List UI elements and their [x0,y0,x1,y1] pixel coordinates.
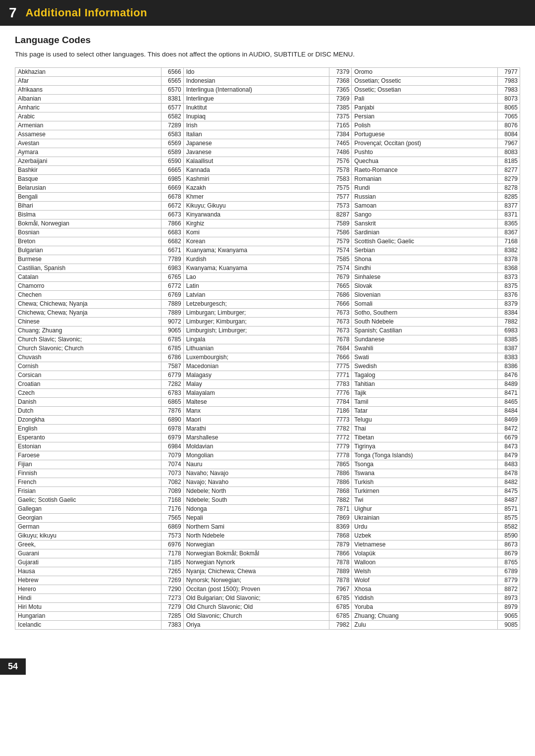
list-item: Slovak8375 [352,282,520,291]
language-code: 7889 [161,309,183,317]
language-name: Slovak [352,282,498,290]
language-name: Belarusian [15,184,161,192]
list-item: Church Slavic; Slavonic;6785 [15,335,183,344]
language-code: 6683 [161,228,183,237]
language-code: 6582 [161,112,183,121]
language-name: Xhosa [352,585,498,594]
language-code: 8476 [498,371,520,379]
language-code: 6979 [161,433,183,442]
list-item: Irish7165 [184,121,352,130]
list-item: Sinhalese8373 [352,273,520,282]
language-name: Lao [184,273,330,281]
language-code: 7585 [329,255,351,264]
list-item: Catalan6765 [15,273,183,282]
language-name: English [15,425,161,433]
list-item: Icelandic7383 [15,621,183,630]
list-item: Wolof8779 [352,576,520,585]
language-code: 7882 [498,318,520,326]
list-item: Assamese6583 [15,130,183,139]
language-name: Ido [184,68,330,76]
language-code: 7782 [329,425,351,433]
language-code: 7868 [329,487,351,495]
language-code: 8369 [329,523,351,531]
list-item: Georgian7565 [15,514,183,523]
language-code: 7383 [161,621,183,629]
language-name: Corsican [15,371,161,379]
language-name: French [15,478,161,486]
list-item: Turkirnen8475 [352,487,520,496]
language-code: 8469 [498,416,520,424]
list-item: Bokmål, Norwegian7866 [15,219,183,228]
list-item: Chuang; Zhuang9065 [15,326,183,335]
list-item: Swahili8387 [352,344,520,353]
list-item: Tsonga8483 [352,460,520,469]
list-item: Romanian8279 [352,175,520,184]
language-name: Russian [352,193,498,201]
list-item: Estonian6984 [15,442,183,451]
list-item: Korean7579 [184,237,352,246]
list-item: Zhuang; Chuang9065 [352,612,520,621]
language-name: Japanese [184,139,330,148]
language-name: Norwegian Bokmål; Bokmål [184,549,330,558]
language-code: 7168 [498,237,520,246]
language-name: Ossetian; Ossetic [352,77,498,85]
language-code: 7772 [329,433,351,442]
language-code: 8365 [498,219,520,228]
language-name: Gaelic; Scotish Gaelic [15,496,161,504]
language-name: Afar [15,77,161,85]
language-code: 7384 [329,130,351,139]
language-name: Chewa; Chichewa; Nyanja [15,300,161,308]
language-name: Norwegian [184,540,330,549]
language-name: Interlingua (International) [184,86,330,94]
language-name: Dutch [15,407,161,415]
language-code: 8590 [498,532,520,540]
language-code: 7586 [329,228,351,237]
language-name: Hindi [15,594,161,602]
language-name: Somali [352,300,498,308]
language-code: 7673 [329,326,351,335]
language-name: Sinhalese [352,273,498,281]
list-item: Tonga (Tonga Islands)8479 [352,451,520,460]
language-code: 8379 [498,300,520,308]
language-name: Hungarian [15,612,161,620]
list-item: Cornish7587 [15,362,183,371]
language-name: Romanian [352,175,498,183]
language-name: Telugu [352,416,498,424]
list-item: Panjabi8065 [352,104,520,112]
language-code: 8278 [498,184,520,192]
language-code: 7365 [329,86,351,94]
language-code: 8375 [498,282,520,290]
list-item: Provençal; Occitan (post)7967 [352,139,520,148]
language-code: 7282 [161,380,183,388]
list-item: Arabic6582 [15,112,183,121]
language-code: 6785 [329,612,351,620]
language-code: 7073 [161,469,183,478]
language-code: 6785 [329,594,351,602]
language-code: 7565 [161,514,183,522]
list-item: Burmese7789 [15,255,183,264]
list-item: Kazakh7575 [184,184,352,193]
language-name: Macedonian [184,362,330,371]
language-name: Korean [184,237,330,246]
language-name: Kinyarwanda [184,211,330,219]
language-name: Dzongkha [15,416,161,424]
list-item: Dzongkha6890 [15,416,183,425]
language-name: Church Slavonic; Church [15,344,161,353]
language-name: Burmese [15,255,161,264]
language-name: Samoan [352,202,498,210]
language-code: 7868 [329,532,351,540]
language-code: 7165 [329,121,351,130]
list-item: Gikuyu; kikuyu7573 [15,532,183,540]
language-code: 7589 [329,219,351,228]
language-code: 7269 [161,576,183,585]
language-code: 8287 [329,211,351,219]
language-name: Pushto [352,148,498,157]
language-name: Volapük [352,549,498,558]
language-name: Bosnian [15,228,161,237]
list-item: Inupiaq7375 [184,112,352,121]
language-name: Norwegian Nynork [184,558,330,567]
language-code: 6789 [498,567,520,576]
language-column-1: Abkhazian6566Afar6565Afrikaans6570Albani… [15,67,183,630]
list-item: Uzbek8590 [352,532,520,540]
list-item: Ukrainian8575 [352,514,520,523]
